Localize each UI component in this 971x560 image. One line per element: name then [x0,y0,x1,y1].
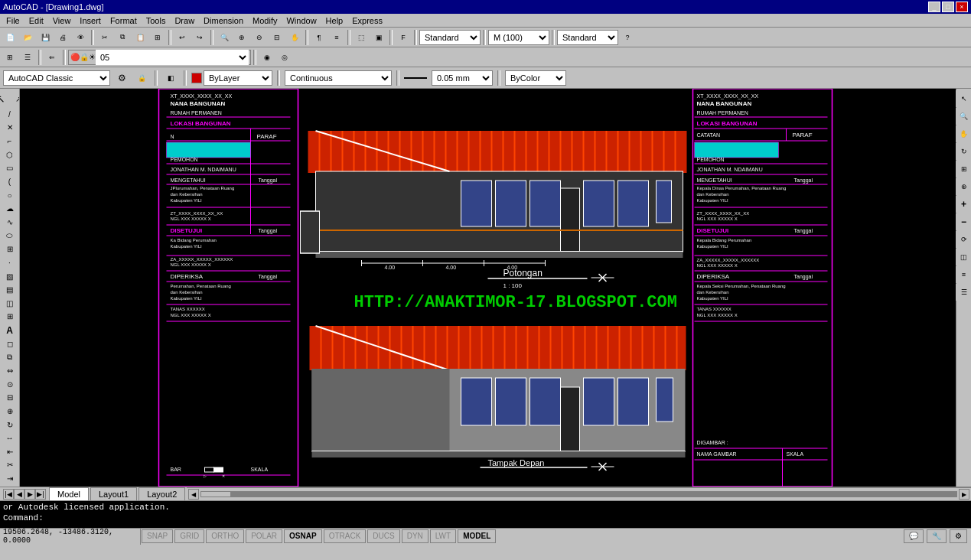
r-rotate2-btn[interactable]: ⟳ [956,231,972,248]
zoom-extent-button[interactable]: ⊟ [269,29,285,46]
zoom-window-button[interactable]: ⊕ [233,29,250,46]
r-snap-btn[interactable]: ⊕ [956,178,972,195]
menu-file[interactable]: File [2,15,24,26]
trim-tool[interactable]: ✂ [2,459,18,472]
tab-last-btn[interactable]: ▶| [35,489,46,500]
menu-tools[interactable]: Tools [142,15,171,26]
move-tool[interactable]: ⊕ [2,405,18,418]
menu-format[interactable]: Format [106,15,142,26]
redo-button[interactable]: ↪ [191,29,208,46]
print-button[interactable]: 🖨 [54,29,71,46]
stretch-tool[interactable]: ⇤ [2,445,18,458]
grid-button[interactable]: GRID [174,529,204,543]
rectangle-tool[interactable]: ▭ [2,162,18,175]
point-tool[interactable]: · [2,256,18,269]
r-grid-btn[interactable]: ⊞ [956,161,972,177]
menu-express[interactable]: Express [347,15,387,26]
scroll-track[interactable] [200,491,957,497]
plotstyle-select[interactable]: ByColor [505,70,566,86]
render2-btn[interactable]: ◎ [276,49,293,66]
rotate-tool[interactable]: ↻ [2,418,18,431]
zoom-pan-button[interactable]: 🔍 [216,29,233,46]
snap-button[interactable]: SNAP [142,529,173,543]
scroll-thumb[interactable] [200,491,231,497]
save-button[interactable]: 💾 [37,29,54,46]
command-input[interactable] [47,513,353,523]
status-icon-1[interactable]: 💬 [904,529,924,543]
tab-prev-btn[interactable]: ◀ [14,489,24,500]
erase-tool[interactable]: ◻ [2,337,18,350]
polygon-tool[interactable]: ⬡ [2,148,18,161]
layer-prev-btn[interactable]: ⇐ [44,49,60,66]
line-tool[interactable]: / [2,108,18,121]
scroll-right-btn[interactable]: ▶ [959,489,969,500]
menu-modify[interactable]: Modify [248,15,282,26]
r-orbit-btn[interactable]: ↻ [956,143,972,160]
layer-button[interactable]: ≡ [328,29,345,46]
r-layer-btn[interactable]: ≡ [956,266,972,283]
viewport-scale-dropdown[interactable]: M (100) [488,30,549,45]
close-button[interactable]: × [956,2,968,12]
horizontal-scrollbar[interactable]: ◀ ▶ [187,487,971,500]
pick-button[interactable]: ↖ [0,90,9,107]
table-tool[interactable]: ⊞ [2,311,18,324]
otrack-button[interactable]: OTRACK [324,529,367,543]
offset-tool[interactable]: ⊙ [2,378,18,391]
ducs-button[interactable]: DUCS [367,529,399,543]
maximize-button[interactable]: □ [942,2,954,12]
lineweight-select[interactable]: 0.05 mm [432,70,493,86]
ellipse-tool[interactable]: ⬭ [2,230,18,243]
layer-mgr-btn[interactable]: ◧ [162,70,179,86]
workspace-settings-btn[interactable]: ⚙ [113,70,130,86]
region-tool[interactable]: ◫ [2,297,18,310]
insert-block-button[interactable]: ⬚ [353,29,370,46]
layers-btn[interactable]: ⊞ [2,49,18,66]
undo-button[interactable]: ↩ [174,29,191,46]
insert-block[interactable]: ⊞ [2,243,18,256]
arc-tool[interactable]: ( [2,175,18,188]
tab-model[interactable]: Model [49,487,89,500]
model-button[interactable]: MODEL [458,529,496,543]
scroll-left-btn[interactable]: ◀ [188,489,199,500]
pline-tool[interactable]: ⌐ [2,135,18,148]
tab-next-btn[interactable]: ▶ [24,489,35,500]
gradient-tool[interactable]: ▤ [2,283,18,296]
menu-edit[interactable]: Edit [24,15,48,26]
properties-button[interactable]: ¶ [311,29,327,46]
lwt-button[interactable]: LWT [430,529,456,543]
r-plus-btn[interactable]: + [956,196,972,213]
print-preview-button[interactable]: 👁 [72,29,89,46]
tab-layout1[interactable]: Layout1 [90,487,137,500]
status-icon-3[interactable]: ⚙ [950,529,967,543]
pick2-button[interactable]: ↗ [10,90,20,107]
scale-tool[interactable]: ↔ [2,431,18,444]
polar-button[interactable]: POLAR [246,529,282,543]
layer-color-select[interactable]: ByLayer [204,70,272,86]
match-properties-button[interactable]: ⊞ [149,29,166,46]
hatch-tool[interactable]: ▨ [2,270,18,283]
menu-dimension[interactable]: Dimension [199,15,248,26]
open-button[interactable]: 📂 [19,29,36,46]
mtext-tool[interactable]: A [2,324,18,337]
copy-button[interactable]: ⧉ [114,29,131,46]
status-icon-2[interactable]: 🔧 [927,529,947,543]
zoom-prev-button[interactable]: ⊖ [251,29,268,46]
mirror-tool[interactable]: ⇔ [2,364,18,377]
tab-first-btn[interactable]: |◀ [3,489,14,500]
menu-view[interactable]: View [48,15,76,26]
osnap-button[interactable]: OSNAP [284,529,322,543]
extend-tool[interactable]: ⇥ [2,472,18,485]
revision-cloud[interactable]: ☁ [2,202,18,215]
pan-button[interactable]: ✋ [286,29,303,46]
minimize-button[interactable]: _ [928,2,940,12]
r-zoom-btn[interactable]: 🔍 [956,108,972,125]
block-def-button[interactable]: ▣ [370,29,387,46]
r-minus-btn[interactable]: − [956,213,972,230]
xline-tool[interactable]: ✕ [2,122,18,135]
canvas-area[interactable]: XT_XXXX_XXXX_XX_XX NANA BANGUNAN RUMAH P… [20,89,971,487]
named-views-dropdown[interactable]: Standard [419,30,481,45]
circle-tool[interactable]: ○ [2,189,18,202]
paste-button[interactable]: 📋 [132,29,148,46]
new-button[interactable]: 📄 [2,29,18,46]
menu-help[interactable]: Help [321,15,348,26]
